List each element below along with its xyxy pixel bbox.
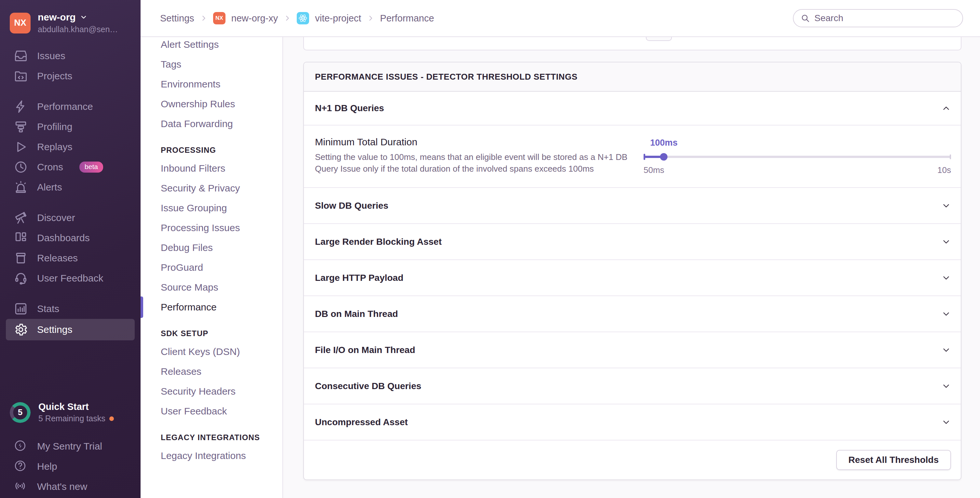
chevron-right-icon: [200, 14, 207, 22]
settings-nav-security-headers[interactable]: Security Headers: [140, 381, 282, 401]
sidebar-item-releases[interactable]: Releases: [6, 248, 135, 268]
sidebar-item-projects[interactable]: Projects: [6, 66, 135, 86]
settings-nav-inbound-filters[interactable]: Inbound Filters: [140, 158, 282, 178]
settings-nav-data-forwarding[interactable]: Data Forwarding: [140, 114, 282, 133]
content: PERFORMANCE ISSUES - DETECTOR THRESHOLD …: [283, 37, 980, 498]
inbox-icon: [14, 49, 28, 63]
sidebar-item-user-feedback[interactable]: User Feedback: [6, 268, 135, 288]
active-nav-indicator: [140, 297, 143, 318]
sidebar-item-profiling[interactable]: Profiling: [6, 117, 135, 137]
settings-nav-legacy-integrations[interactable]: Legacy Integrations: [140, 446, 282, 465]
threshold-settings-panel: PERFORMANCE ISSUES - DETECTOR THRESHOLD …: [303, 62, 961, 480]
slider-track[interactable]: [644, 156, 951, 158]
scrolled-panel-remnant: [303, 37, 961, 51]
sidebar-item-discover[interactable]: Discover: [6, 208, 135, 228]
detector-row-title: Uncompressed Asset: [315, 417, 408, 427]
sidebar-item-label: Projects: [37, 71, 72, 82]
sidebar-item-issues[interactable]: Issues: [6, 46, 135, 66]
chevron-down-icon: [941, 345, 951, 355]
settings-nav-releases[interactable]: Releases: [140, 362, 282, 381]
settings-nav-performance[interactable]: Performance: [140, 297, 282, 317]
detector-row-consecutive-db-queries[interactable]: Consecutive DB Queries: [304, 368, 961, 404]
detector-row-title: Consecutive DB Queries: [315, 381, 422, 392]
panel-header: PERFORMANCE ISSUES - DETECTOR THRESHOLD …: [304, 62, 961, 92]
search-box[interactable]: [793, 9, 963, 27]
chevron-down-icon: [941, 417, 951, 427]
circle-lightning-icon: [14, 439, 28, 454]
sidebar-item-dashboards[interactable]: Dashboards: [6, 228, 135, 248]
settings-nav-environments[interactable]: Environments: [140, 74, 282, 94]
sidebar-item-alerts[interactable]: Alerts: [6, 177, 135, 197]
detector-row-title: Large HTTP Payload: [315, 273, 404, 283]
sidebar-item-label: User Feedback: [37, 273, 103, 284]
sidebar-item-label: Crons: [37, 162, 63, 173]
quick-start-progress-ring: 5: [10, 402, 30, 423]
chevron-down-icon: [941, 201, 951, 211]
slider-max-label: 10s: [937, 165, 951, 175]
slider-min-label: 50ms: [644, 165, 664, 175]
settings-nav-user-feedback[interactable]: User Feedback: [140, 401, 282, 421]
quick-start-count: 5: [10, 402, 30, 423]
settings-nav-tags[interactable]: Tags: [140, 54, 282, 74]
settings-nav-client-keys[interactable]: Client Keys (DSN): [140, 342, 282, 362]
reset-all-thresholds-button[interactable]: Reset All Thresholds: [836, 450, 951, 470]
user-email: abdullah.khan@sen…: [38, 25, 118, 34]
sidebar-footer: My Sentry Trial Help What's new: [0, 436, 140, 498]
sidebar-item-stats[interactable]: Stats: [6, 299, 135, 319]
slider-track-zone[interactable]: [644, 153, 951, 160]
settings-nav-header-sdk-setup: SDK SETUP: [140, 325, 282, 342]
org-switcher[interactable]: NX new-org abdullah.khan@sen…: [0, 0, 140, 34]
sidebar-item-label: What's new: [37, 481, 87, 492]
quick-start[interactable]: 5 Quick Start 5 Remaining tasks: [6, 401, 135, 423]
settings-nav-debug-files[interactable]: Debug Files: [140, 238, 282, 257]
breadcrumb-settings[interactable]: Settings: [160, 13, 194, 24]
detector-row-title: Slow DB Queries: [315, 201, 388, 211]
settings-nav-header-processing: PROCESSING: [140, 142, 282, 158]
detector-row-uncompressed-asset[interactable]: Uncompressed Asset: [304, 404, 961, 440]
slider-handle[interactable]: [660, 153, 668, 160]
settings-nav-processing-issues[interactable]: Processing Issues: [140, 218, 282, 238]
sidebar-item-crons[interactable]: Crons beta: [6, 157, 135, 177]
settings-nav-source-maps[interactable]: Source Maps: [140, 277, 282, 297]
sidebar-item-replays[interactable]: Replays: [6, 137, 135, 157]
detector-row-slow-db-queries[interactable]: Slow DB Queries: [304, 187, 961, 223]
sidebar-item-settings[interactable]: Settings: [6, 319, 135, 340]
siren-icon: [14, 180, 28, 194]
breadcrumb-page[interactable]: Performance: [380, 13, 434, 24]
chevron-down-icon: [941, 237, 951, 247]
sidebar-nav: Issues Projects Performance Profiling Re…: [0, 46, 140, 340]
settings-nav-ownership-rules[interactable]: Ownership Rules: [140, 94, 282, 114]
breadcrumb-project[interactable]: vite-project: [315, 13, 361, 24]
beta-badge: beta: [80, 162, 103, 173]
react-platform-icon: [297, 12, 309, 24]
n-plus-one-settings: Minimum Total Duration Setting the value…: [304, 125, 961, 187]
sidebar-item-performance[interactable]: Performance: [6, 97, 135, 117]
detector-row-title: Large Render Blocking Asset: [315, 237, 442, 247]
detector-row-large-http-payload[interactable]: Large HTTP Payload: [304, 259, 961, 295]
sidebar-item-whats-new[interactable]: What's new: [6, 477, 135, 497]
sidebar-item-help[interactable]: Help: [6, 457, 135, 477]
settings-nav-header-legacy: LEGACY INTEGRATIONS: [140, 430, 282, 446]
settings-nav-security-privacy[interactable]: Security & Privacy: [140, 178, 282, 198]
detector-row-large-render-blocking-asset[interactable]: Large Render Blocking Asset: [304, 223, 961, 259]
sidebar-item-label: Settings: [37, 324, 72, 335]
sidebar: NX new-org abdullah.khan@sen… Issues Pro…: [0, 0, 140, 498]
detector-row-db-on-main-thread[interactable]: DB on Main Thread: [304, 295, 961, 331]
breadcrumb-org[interactable]: new-org-xy: [231, 13, 278, 24]
detector-row-file-io-on-main-thread[interactable]: File I/O on Main Thread: [304, 331, 961, 368]
slider-value: 100ms: [650, 138, 678, 148]
chevron-down-icon: [941, 309, 951, 319]
settings-nav-proguard[interactable]: ProGuard: [140, 257, 282, 277]
settings-nav-alert-settings[interactable]: Alert Settings: [140, 37, 282, 54]
search-input[interactable]: [815, 13, 955, 24]
folder-code-icon: [14, 69, 28, 83]
dashboard-grid-icon: [14, 231, 28, 245]
org-avatar: NX: [10, 13, 30, 33]
breadcrumb: Settings NX new-org-xy vite-project Perf…: [160, 12, 434, 24]
settings-nav-issue-grouping[interactable]: Issue Grouping: [140, 198, 282, 218]
sidebar-item-label: Replays: [37, 141, 72, 152]
sidebar-item-label: My Sentry Trial: [37, 441, 102, 452]
notification-dot: [109, 416, 114, 421]
sidebar-item-my-sentry-trial[interactable]: My Sentry Trial: [6, 436, 135, 457]
detector-row-n-plus-one-db-queries[interactable]: N+1 DB Queries: [304, 92, 961, 125]
